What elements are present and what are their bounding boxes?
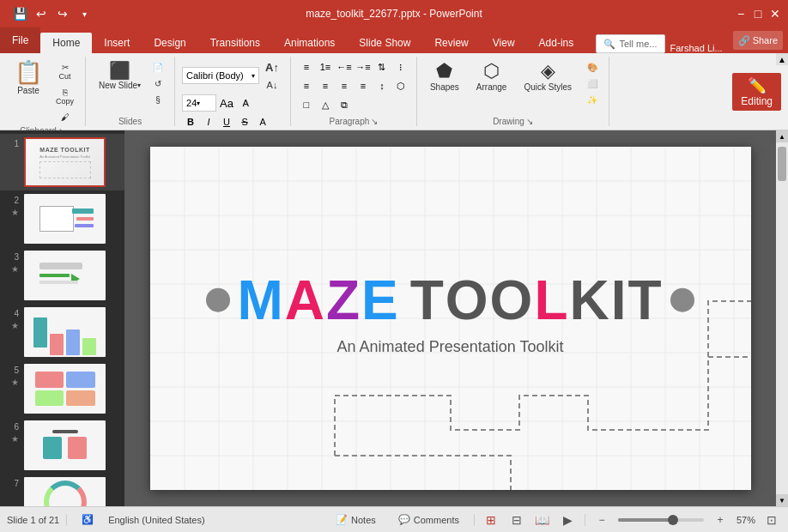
editing-badge[interactable]: ✏️ Editing [732, 73, 781, 111]
tab-file[interactable]: File [0, 27, 40, 53]
close-button[interactable]: ✕ [769, 8, 781, 20]
numbering-button[interactable]: 1≡ [317, 58, 334, 76]
user-menu[interactable]: Farshad Li... [665, 43, 728, 53]
increase-font-button[interactable]: A↑ [261, 58, 283, 76]
slide-sorter-button[interactable]: ⊟ [507, 511, 526, 529]
slide-thumb-7[interactable]: 7 [0, 474, 124, 506]
notes-button[interactable]: 📝 Notes [328, 511, 384, 528]
text-shadow-button[interactable]: A [237, 94, 254, 112]
undo-qat-button[interactable]: ↩ [32, 4, 51, 23]
zoom-thumb[interactable] [668, 515, 678, 525]
zoom-out-button[interactable]: − [592, 511, 611, 529]
shapes-icon: ⬟ [436, 60, 452, 82]
paragraph-expand-icon[interactable]: ↘ [371, 117, 378, 126]
text-direction-button[interactable]: ⇅ [373, 58, 391, 76]
decrease-indent-button[interactable]: ←≡ [336, 58, 353, 76]
reading-view-button[interactable]: 📖 [533, 511, 552, 529]
drawing-expand-icon[interactable]: ↘ [526, 117, 533, 126]
shape-fill-button[interactable]: 🎨 [583, 60, 602, 75]
shapes-button[interactable]: ⬟ Shapes [424, 57, 465, 95]
scroll-up-button[interactable]: ▲ [776, 130, 788, 142]
slide-star-2: ★ [11, 208, 19, 217]
layout-button[interactable]: 📄 [149, 60, 167, 75]
slide-thumb-1[interactable]: 1 MAZE TOOLKIT An Animated Presentation … [0, 134, 124, 190]
tab-slideshow[interactable]: Slide Show [347, 33, 422, 53]
slide-thumb-6[interactable]: 6 ★ [0, 417, 124, 474]
cut-button[interactable]: ✂ Cut [52, 60, 78, 83]
zoom-in-button[interactable]: + [711, 511, 730, 529]
redo-qat-button[interactable]: ↪ [53, 4, 72, 23]
quick-styles-button[interactable]: ◈ Quick Styles [518, 57, 578, 95]
tab-home[interactable]: Home [40, 33, 92, 53]
scrollbar-thumb[interactable] [778, 147, 786, 181]
text-box-button[interactable]: □ [298, 96, 315, 113]
align-center-button[interactable]: ≡ [317, 77, 334, 94]
shapes-small-button[interactable]: △ [317, 96, 334, 113]
new-slide-button[interactable]: ⬛ New Slide ▾ [93, 57, 147, 94]
bold-button[interactable]: B [182, 113, 199, 130]
line-spacing-button[interactable]: ↕ [373, 77, 391, 94]
drawing-label: Drawing ↘ [424, 117, 602, 126]
slide-thumb-4[interactable]: 4 ★ [0, 304, 124, 360]
tab-animations[interactable]: Animations [272, 33, 347, 53]
slide-thumb-2[interactable]: 2 ★ [0, 190, 124, 247]
share-button[interactable]: 🔗 Share [733, 31, 783, 50]
bullets-button[interactable]: ≡ [298, 58, 315, 76]
arrange-small-button[interactable]: ⧉ [336, 96, 353, 113]
arrange-button[interactable]: ⬡ Arrange [470, 57, 513, 95]
tab-view[interactable]: View [481, 33, 527, 53]
italic-button[interactable]: I [200, 113, 217, 130]
reset-button[interactable]: ↺ [149, 76, 167, 91]
slide-num-2: 2 [7, 194, 19, 208]
increase-indent-button[interactable]: →≡ [355, 58, 372, 76]
clear-format-button[interactable]: Aa [218, 94, 235, 112]
comments-button[interactable]: 💬 Comments [391, 511, 467, 528]
tab-review[interactable]: Review [422, 33, 480, 53]
minimize-button[interactable]: − [735, 8, 747, 20]
font-name-dropdown[interactable]: Calibri (Body) ▾ [182, 67, 259, 84]
customize-qat-button[interactable]: ▾ [75, 4, 94, 23]
scrollbar-track[interactable] [776, 142, 788, 494]
section-button[interactable]: § [149, 93, 167, 107]
columns-button[interactable]: ⫶ [392, 58, 409, 76]
fit-slide-button[interactable]: ⊡ [762, 511, 781, 529]
tab-addins[interactable]: Add-ins [527, 33, 586, 53]
align-left-button[interactable]: ≡ [298, 77, 315, 94]
underline-button[interactable]: U [218, 113, 235, 130]
slide-thumb-3[interactable]: 3 ★ [0, 247, 124, 304]
new-slide-dropdown-icon[interactable]: ▾ [137, 82, 141, 89]
shape-effects-button[interactable]: ✨ [583, 93, 602, 107]
tab-transitions[interactable]: Transitions [198, 33, 272, 53]
align-right-button[interactable]: ≡ [336, 77, 353, 94]
slide-canvas[interactable]: M A Z E T O O L K I T An Animated Presen… [150, 147, 751, 490]
slide-preview-7 [24, 477, 106, 506]
decrease-font-button[interactable]: A↓ [261, 77, 283, 93]
slide-thumb-5[interactable]: 5 ★ [0, 360, 124, 417]
tab-insert[interactable]: Insert [92, 33, 142, 53]
justify-button[interactable]: ≡ [355, 77, 372, 94]
paste-button[interactable]: 📋 Paste [7, 57, 50, 98]
scroll-down-button[interactable]: ▼ [776, 494, 788, 506]
slide-subtitle: An Animated Presentation Toolkit [193, 338, 708, 356]
font-color-button[interactable]: A [254, 113, 271, 130]
font-size-dropdown[interactable]: 24 ▾ [182, 94, 216, 112]
strikethrough-button[interactable]: S [236, 113, 253, 130]
normal-view-button[interactable]: ⊞ [482, 511, 500, 529]
slideshow-view-button[interactable]: ▶ [559, 511, 578, 529]
shape-outline-button[interactable]: ⬜ [583, 76, 602, 91]
smart-art-button[interactable]: ⬡ [392, 77, 409, 94]
letter-K: K [569, 273, 610, 328]
copy-button[interactable]: ⎘ Copy [52, 85, 78, 108]
drawing-buttons: ⬟ Shapes ⬡ Arrange ◈ Quick Styles 🎨 ⬜ ✨ [424, 57, 602, 115]
maximize-button[interactable]: □ [752, 8, 764, 20]
format-painter-button[interactable]: 🖌 [52, 110, 78, 124]
zoom-slider[interactable] [618, 518, 704, 522]
right-circle [670, 288, 694, 312]
tab-design[interactable]: Design [142, 33, 197, 53]
quick-styles-icon: ◈ [541, 60, 555, 82]
collapse-ribbon-button[interactable]: ▲ [776, 53, 788, 65]
slide-num-1: 1 [7, 137, 19, 151]
tell-me-input[interactable]: 🔍 Tell me... [596, 34, 664, 53]
accessibility-button[interactable]: ♿ [74, 511, 101, 528]
save-qat-button[interactable]: 💾 [10, 4, 29, 23]
